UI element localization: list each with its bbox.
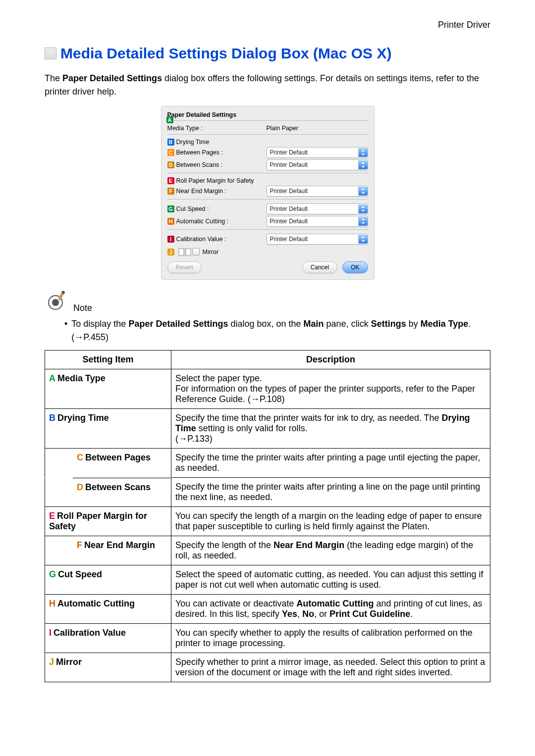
near-end-label: Near End Margin : — [176, 188, 226, 195]
svg-point-4 — [52, 299, 59, 306]
tag-a-icon: A — [166, 116, 173, 123]
tag-j-icon: J — [167, 249, 174, 255]
between-pages-select[interactable]: Printer Default — [267, 147, 368, 158]
table-row: ICalibration Value You can specify wheth… — [45, 624, 490, 653]
updown-icon — [358, 204, 368, 213]
table-row: JMirror Specify whether to print a mirro… — [45, 653, 490, 682]
revert-button[interactable]: Revert — [167, 261, 202, 273]
table-row: HAutomatic Cutting You can activate or d… — [45, 595, 490, 624]
updown-icon — [358, 160, 368, 169]
updown-icon — [358, 148, 368, 157]
ok-button[interactable]: OK — [342, 261, 368, 273]
svg-rect-1 — [186, 249, 191, 255]
tag-g-icon: G — [167, 205, 174, 212]
tag-i-icon: I — [167, 236, 174, 243]
media-type-value: Plain Paper — [267, 125, 368, 132]
cut-speed-select[interactable]: Printer Default — [267, 203, 368, 214]
between-scans-select[interactable]: Printer Default — [267, 159, 368, 170]
roll-margin-header: Roll Paper Margin for Safety — [176, 177, 254, 184]
tag-b-icon: B — [167, 139, 174, 146]
svg-rect-0 — [179, 249, 184, 255]
table-row: FNear End Margin Specify the length of t… — [45, 536, 490, 565]
cut-speed-label: Cut Speed : — [176, 205, 209, 212]
drying-time-header: Drying Time — [176, 139, 210, 146]
table-header-setting: Setting Item — [45, 351, 171, 369]
title-icon — [45, 48, 56, 59]
dialog-screenshot: Paper Detailed Settings A Media Type : P… — [161, 106, 374, 280]
mirror-doc-icon — [178, 248, 188, 256]
note-body: • To display the Paper Detailed Settings… — [45, 317, 490, 344]
table-row: AMedia Type Select the paper type.For in… — [45, 369, 490, 409]
near-end-select[interactable]: Printer Default — [267, 186, 368, 197]
cancel-button[interactable]: Cancel — [302, 261, 337, 273]
settings-table: Setting Item Description AMedia Type Sel… — [45, 350, 490, 682]
table-row: CBetween Pages Specify the time the prin… — [45, 449, 490, 478]
calib-select[interactable]: Printer Default — [267, 234, 368, 245]
page-title: Media Detailed Settings Dialog Box (Mac … — [60, 45, 391, 62]
tag-f-icon: F — [167, 188, 174, 195]
table-row: DBetween Scans Specify the time the prin… — [45, 478, 490, 507]
auto-cut-select[interactable]: Printer Default — [267, 216, 368, 227]
between-scans-label: Between Scans : — [176, 161, 223, 168]
dialog-title: Paper Detailed Settings — [167, 111, 368, 118]
note-label: Note — [73, 303, 92, 313]
tag-h-icon: H — [167, 218, 174, 225]
mirror-checkbox[interactable]: Mirror — [192, 248, 219, 255]
header-section: Printer Driver — [45, 20, 490, 30]
tag-c-icon: C — [167, 149, 174, 156]
updown-icon — [358, 217, 368, 226]
table-header-desc: Description — [171, 351, 490, 369]
note-icon — [45, 290, 68, 313]
tag-e-icon: E — [167, 177, 174, 184]
auto-cut-label: Automatic Cutting : — [176, 218, 229, 225]
media-type-label: Media Type : — [167, 125, 203, 132]
calib-label: Calibration Value : — [176, 236, 226, 243]
table-row: GCut Speed Select the speed of automatic… — [45, 565, 490, 595]
table-row: ERoll Paper Margin for Safety You can sp… — [45, 507, 490, 536]
updown-icon — [358, 187, 368, 196]
tag-d-icon: D — [167, 161, 174, 168]
updown-icon — [358, 235, 368, 244]
between-pages-label: Between Pages : — [176, 149, 223, 156]
table-row: BDrying Time Specify the time that the p… — [45, 409, 490, 449]
intro-paragraph: The Paper Detailed Settings dialog box o… — [45, 72, 490, 99]
